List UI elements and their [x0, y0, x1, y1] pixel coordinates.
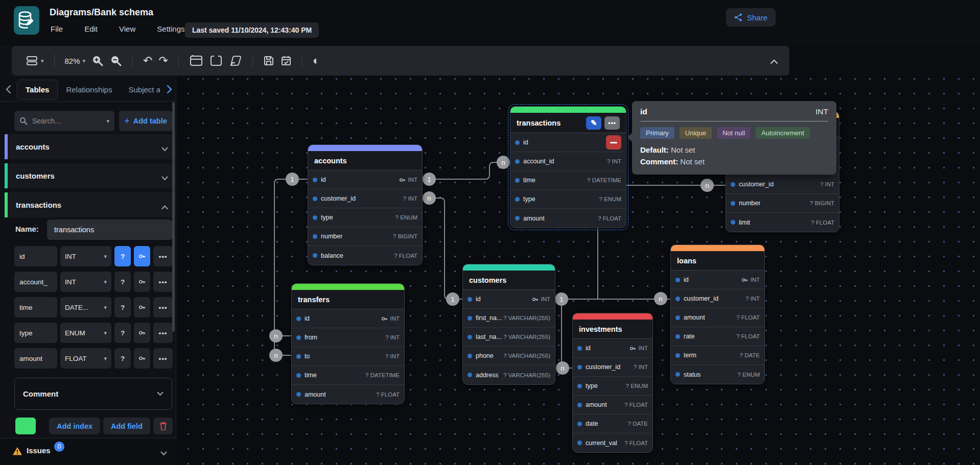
table-field-row[interactable]: number? BIGINT: [308, 227, 422, 246]
table-field-row[interactable]: last_na...? VARCHAR(255): [463, 328, 555, 347]
nullable-toggle-button[interactable]: ?: [114, 272, 131, 292]
share-button[interactable]: Share: [726, 8, 776, 27]
table-field-row[interactable]: term? DATE: [671, 346, 764, 365]
redo-button[interactable]: ↷: [159, 55, 168, 66]
nullable-toggle-button[interactable]: ?: [114, 323, 131, 343]
table-field-row[interactable]: id INT: [671, 271, 764, 289]
table-field-row[interactable]: type? ENUM: [308, 208, 422, 227]
issues-bar[interactable]: Issues 0: [0, 438, 176, 465]
table-field-row[interactable]: phone? VARCHAR(255): [463, 347, 555, 365]
table-field-row[interactable]: balance? FLOAT: [308, 246, 422, 265]
table-field-row[interactable]: date? DATE: [573, 414, 652, 433]
tabs-scroll-right-button[interactable]: [166, 85, 172, 96]
zoom-out-button[interactable]: [110, 55, 122, 67]
remove-field-button[interactable]: [606, 135, 621, 150]
nullable-toggle-button[interactable]: ?: [114, 297, 131, 317]
tab-relationships[interactable]: Relationships: [58, 80, 120, 99]
tab-subject-ar[interactable]: Subject ar: [120, 80, 160, 99]
table-field-row[interactable]: id INT: [463, 290, 555, 309]
table-field-row[interactable]: limit? FLOAT: [726, 213, 839, 232]
comment-section[interactable]: Comment: [14, 378, 172, 410]
table-field-row[interactable]: to? INT: [292, 347, 404, 366]
table-field-row[interactable]: amount? FLOAT: [292, 385, 404, 404]
add-field-button[interactable]: Add field: [103, 418, 150, 434]
canvas-table-transfers[interactable]: transfersid INTfrom? INTto? INTtime? DAT…: [291, 283, 405, 404]
table-options-button[interactable]: •••: [604, 116, 620, 130]
search-input[interactable]: Search... ▾: [14, 111, 114, 131]
table-field-row[interactable]: from? INT: [292, 328, 404, 347]
table-field-row[interactable]: account_id? INT: [510, 152, 626, 171]
primary-key-toggle-button[interactable]: [134, 246, 150, 266]
canvas-table-investments[interactable]: investmentsid INTcustomer_id? INTtype? E…: [572, 313, 653, 453]
primary-key-toggle-button[interactable]: [134, 348, 150, 369]
primary-key-toggle-button[interactable]: [134, 272, 150, 292]
theme-toggle-button[interactable]: ◐: [313, 55, 319, 66]
delete-table-button[interactable]: [153, 418, 173, 434]
field-options-button[interactable]: •••: [153, 272, 173, 292]
add-index-button[interactable]: Add index: [49, 418, 100, 434]
tabs-scroll-left-button[interactable]: [5, 85, 11, 96]
table-field-row[interactable]: type? ENUM: [573, 377, 652, 396]
sidebar-table-item-customers[interactable]: customers: [5, 163, 176, 188]
sidebar-scrollbar[interactable]: [172, 102, 175, 332]
sidebar-table-item-transactions[interactable]: transactions: [5, 192, 176, 217]
field-type-dropdown[interactable]: DATE...▾: [60, 297, 111, 317]
table-field-row[interactable]: amount? FLOAT: [510, 209, 626, 228]
table-field-row[interactable]: amount? FLOAT: [671, 308, 764, 327]
canvas-table-transactions[interactable]: transactions✎•••idaccount_id? INTtime? D…: [510, 106, 626, 228]
canvas-table-loans[interactable]: loansid INTcustomer_id? INTamount? FLOAT…: [670, 244, 765, 384]
expand-toggle[interactable]: [161, 203, 168, 212]
table-field-row[interactable]: first_na...? VARCHAR(255): [463, 309, 555, 328]
canvas-table-customers[interactable]: customersid INTfirst_na...? VARCHAR(255)…: [462, 264, 555, 385]
table-field-row[interactable]: number? BIGINT: [726, 194, 839, 213]
primary-key-toggle-button[interactable]: [134, 297, 150, 317]
add-note-tool-button[interactable]: [229, 55, 242, 66]
table-field-row[interactable]: customer_id? INT: [671, 289, 764, 308]
field-options-button[interactable]: •••: [153, 323, 173, 343]
layout-menu-button[interactable]: ▾: [26, 56, 44, 66]
primary-key-toggle-button[interactable]: [134, 323, 150, 343]
menu-item-view[interactable]: View: [116, 22, 138, 35]
menu-item-settings[interactable]: Settings: [154, 22, 188, 35]
table-field-row[interactable]: time? DATETIME: [510, 171, 626, 190]
table-field-row[interactable]: amount? FLOAT: [573, 396, 652, 414]
field-name-input[interactable]: time: [14, 297, 57, 317]
canvas-table-accounts[interactable]: accountsid INTcustomer_id? INTtype? ENUM…: [308, 144, 423, 265]
field-type-dropdown[interactable]: INT▾: [60, 246, 111, 266]
nullable-toggle-button[interactable]: ?: [114, 348, 131, 369]
table-field-row[interactable]: id: [510, 133, 626, 152]
todo-button[interactable]: [281, 55, 292, 66]
add-area-tool-button[interactable]: [209, 55, 223, 66]
expand-toggle[interactable]: [161, 144, 168, 154]
zoom-level-dropdown[interactable]: 82% ▾: [65, 57, 86, 65]
table-field-row[interactable]: address? VARCHAR(255): [463, 365, 555, 384]
table-field-row[interactable]: id INT: [292, 309, 404, 328]
undo-button[interactable]: ↶: [143, 55, 152, 66]
field-name-input[interactable]: amount: [14, 348, 57, 369]
nullable-toggle-button[interactable]: ?: [114, 246, 131, 266]
menu-item-edit[interactable]: Edit: [81, 22, 101, 35]
table-field-row[interactable]: id INT: [308, 170, 422, 189]
field-name-input[interactable]: id: [14, 246, 57, 266]
table-field-row[interactable]: current_val? FLOAT: [573, 433, 652, 452]
table-field-row[interactable]: customer_id? INT: [726, 175, 839, 194]
field-name-input[interactable]: type: [14, 323, 57, 343]
table-color-swatch[interactable]: [15, 418, 36, 434]
save-button[interactable]: [263, 55, 274, 66]
field-options-button[interactable]: •••: [153, 246, 173, 266]
table-field-row[interactable]: time? DATETIME: [292, 366, 404, 385]
add-table-tool-button[interactable]: [189, 55, 203, 66]
zoom-in-button[interactable]: [91, 55, 104, 67]
table-field-row[interactable]: customer_id? INT: [573, 358, 652, 377]
field-type-dropdown[interactable]: INT▾: [60, 272, 111, 292]
field-type-dropdown[interactable]: FLOAT▾: [60, 348, 111, 369]
menu-item-file[interactable]: File: [48, 22, 66, 35]
field-options-button[interactable]: •••: [153, 348, 173, 369]
collapse-toolbar-button[interactable]: [770, 57, 778, 66]
table-field-row[interactable]: type? ENUM: [510, 190, 626, 209]
field-type-dropdown[interactable]: ENUM▾: [60, 323, 111, 343]
table-field-row[interactable]: status? ENUM: [671, 365, 764, 384]
table-name-input[interactable]: transactions: [47, 219, 172, 240]
table-field-row[interactable]: rate? FLOAT: [671, 327, 764, 346]
table-field-row[interactable]: customer_id? INT: [308, 189, 422, 208]
